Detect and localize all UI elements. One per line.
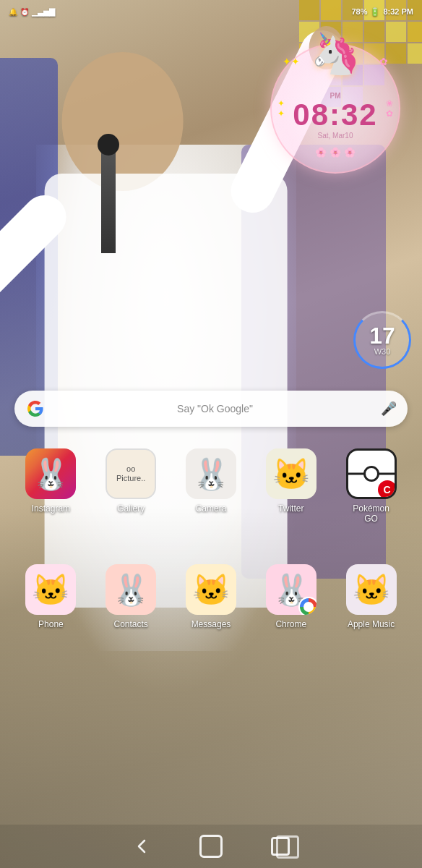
apps-row-1: 🐰 Instagram ooPicture.. Gallery 🐰 Camera…	[0, 441, 422, 532]
microphone	[101, 145, 116, 253]
sparkles-right: ❀✿	[386, 98, 393, 119]
app-pokemon-go[interactable]: C PokémonGO	[339, 448, 404, 524]
sparkles-top-right: ✿	[379, 56, 388, 67]
notification-icon: 🔔	[9, 8, 17, 16]
apple-music-label: Apple Music	[348, 619, 395, 629]
clock-display: 08:32	[293, 100, 377, 130]
clock-widget-bg: 🦄 ✦✦ ✿ ✦✦ ❀✿ PM 08:32 Sat, Mar10 🌸 🌸 🌸	[270, 43, 400, 174]
camera-label: Camera	[196, 503, 227, 514]
twitter-icon: 🐱	[266, 448, 316, 499]
app-contacts[interactable]: 🐰 Contacts	[98, 564, 163, 629]
search-bar[interactable]: Say "Ok Google" 🎤	[14, 391, 408, 427]
recents-button[interactable]	[267, 833, 293, 859]
gallery-label: Gallery	[117, 503, 145, 514]
google-icon	[25, 399, 46, 419]
camera-icon: 🐰	[186, 448, 236, 499]
gallery-icon: ooPicture..	[106, 448, 156, 499]
chrome-icon: 🐰	[266, 564, 316, 615]
contacts-icon: 🐰	[106, 564, 156, 615]
calendar-label: W30	[374, 347, 391, 356]
flowers-bottom: 🌸 🌸 🌸	[315, 147, 355, 158]
instagram-icon: 🐰	[25, 448, 76, 499]
app-camera[interactable]: 🐰 Camera	[178, 448, 244, 524]
recents-square	[271, 837, 290, 856]
calendar-number: 17	[369, 324, 395, 347]
phone-label: Phone	[38, 619, 64, 629]
apple-music-icon: 🐱	[346, 564, 397, 615]
alarm-icon: ⏰	[20, 8, 29, 16]
home-square	[199, 835, 223, 858]
status-bar: 🔔 ⏰ ▁▃▅▇ 78% 🔋 8:32 PM	[0, 0, 422, 23]
app-gallery[interactable]: ooPicture.. Gallery	[98, 448, 163, 524]
status-right: 78% 🔋 8:32 PM	[351, 7, 413, 17]
home-button[interactable]	[198, 833, 224, 859]
battery-icon: 🔋	[370, 7, 380, 17]
calendar-circle: 17 W30	[353, 311, 411, 369]
app-twitter[interactable]: 🐱 Twitter	[259, 448, 324, 524]
svg-line-27	[0, 217, 45, 278]
instagram-label: Instagram	[32, 503, 70, 514]
clock-date: Sat, Mar10	[318, 132, 353, 140]
clock-status: 8:32 PM	[383, 7, 413, 16]
back-button[interactable]	[129, 833, 155, 859]
contacts-label: Contacts	[114, 619, 148, 629]
twitter-label: Twitter	[278, 503, 303, 514]
microphone-icon[interactable]: 🎤	[381, 401, 397, 417]
sparkles-top-left: ✦✦	[283, 56, 300, 67]
apps-row-2: 🐱 Phone 🐰 Contacts 🐱 Messages 🐰 Chrome 🐱…	[0, 557, 422, 637]
unicorn-decoration: 🦄	[311, 30, 361, 77]
messages-label: Messages	[191, 619, 231, 629]
sparkles-left: ✦✦	[277, 98, 285, 119]
clock-widget: 🦄 ✦✦ ✿ ✦✦ ❀✿ PM 08:32 Sat, Mar10 🌸 🌸 🌸	[270, 43, 400, 174]
chrome-label: Chrome	[275, 619, 306, 629]
signal-bars: ▁▃▅▇	[32, 7, 55, 17]
pokemon-go-label: PokémonGO	[353, 503, 389, 524]
pokemon-icon: C	[346, 448, 397, 499]
messages-icon: 🐱	[186, 564, 236, 615]
navigation-bar	[0, 825, 422, 868]
app-chrome[interactable]: 🐰 Chrome	[259, 564, 324, 629]
app-instagram[interactable]: 🐰 Instagram	[18, 448, 83, 524]
status-left: 🔔 ⏰ ▁▃▅▇	[9, 7, 55, 17]
search-placeholder: Say "Ok Google"	[46, 403, 381, 414]
app-apple-music[interactable]: 🐱 Apple Music	[339, 564, 404, 629]
app-phone[interactable]: 🐱 Phone	[18, 564, 83, 629]
calendar-widget: 17 W30	[353, 311, 411, 369]
svg-point-25	[62, 52, 184, 191]
battery-percentage: 78%	[351, 7, 367, 16]
phone-icon: 🐱	[25, 564, 76, 615]
app-messages[interactable]: 🐱 Messages	[178, 564, 244, 629]
